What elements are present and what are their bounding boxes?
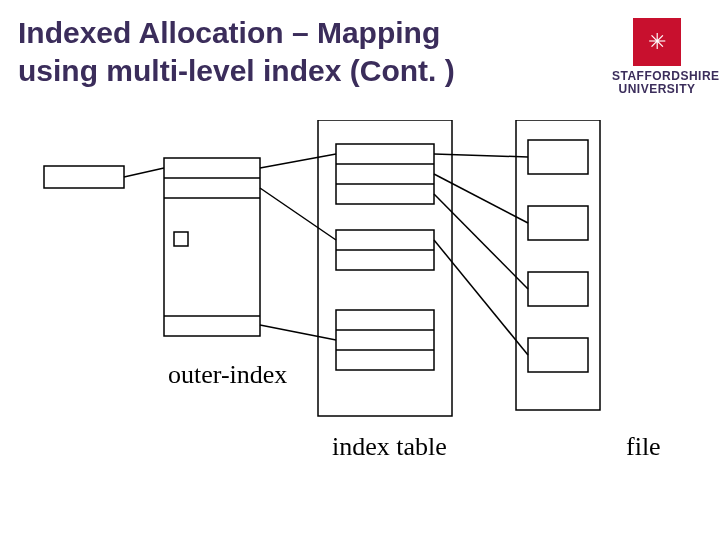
logo-glyph: ✳ (648, 29, 666, 55)
logo-text-2: UNIVERSITY (618, 82, 695, 96)
svg-rect-8 (336, 144, 434, 204)
logo-text-1: STAFFORDSHIRE (612, 69, 720, 83)
svg-line-1 (124, 168, 164, 177)
label-file: file (626, 432, 661, 462)
logo-mark-icon: ✳ (633, 18, 681, 66)
university-logo: ✳ STAFFORDSHIRE UNIVERSITY (612, 18, 702, 96)
slide-title: Indexed Allocation – Mapping using multi… (18, 14, 455, 89)
title-line-1: Indexed Allocation – Mapping (18, 16, 440, 49)
svg-rect-23 (528, 338, 588, 372)
svg-rect-6 (174, 232, 188, 246)
allocation-diagram (30, 120, 610, 440)
svg-rect-20 (528, 140, 588, 174)
svg-rect-22 (528, 272, 588, 306)
svg-rect-0 (44, 166, 124, 188)
title-line-2: using multi-level index (Cont. ) (18, 54, 455, 87)
label-outer-index: outer-index (168, 360, 287, 390)
svg-rect-2 (164, 158, 260, 336)
svg-rect-21 (528, 206, 588, 240)
svg-rect-13 (336, 310, 434, 370)
logo-text: STAFFORDSHIRE UNIVERSITY (612, 70, 702, 96)
label-index-table: index table (332, 432, 447, 462)
